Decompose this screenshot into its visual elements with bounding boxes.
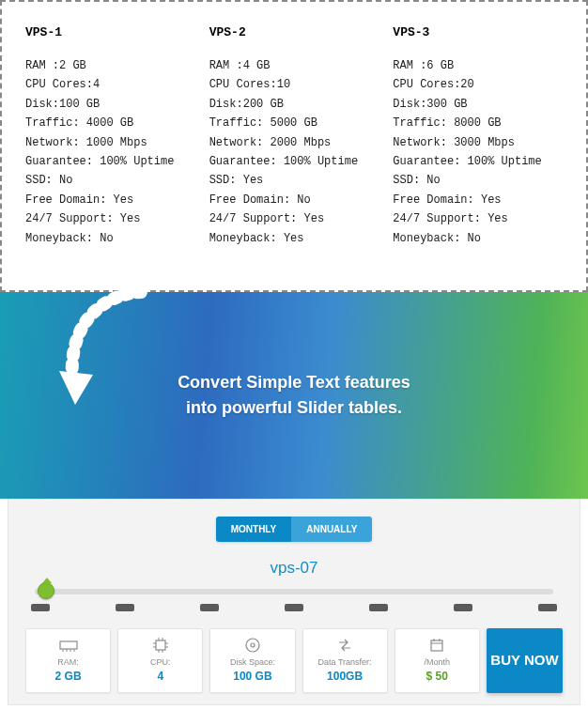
plan-col-2: VPS-2 RAM :4 GB CPU Cores:10 Disk:200 GB… bbox=[209, 25, 379, 248]
plan-spec: Moneyback: Yes bbox=[209, 229, 379, 248]
slider-ticks bbox=[31, 604, 557, 611]
slider-tick bbox=[454, 604, 472, 611]
price-label: /Month bbox=[399, 657, 475, 667]
disk-value: 100 GB bbox=[214, 670, 290, 683]
toggle-annually[interactable]: ANNUALLY bbox=[291, 517, 372, 542]
disk-card: Disk Space: 100 GB bbox=[209, 628, 295, 693]
plan-title: VPS-1 bbox=[25, 25, 195, 39]
svg-rect-0 bbox=[60, 641, 77, 649]
plan-title: VPS-3 bbox=[393, 25, 563, 39]
plan-spec: Free Domain: Yes bbox=[393, 191, 563, 209]
disk-icon bbox=[214, 637, 290, 654]
ram-label: RAM: bbox=[30, 657, 106, 667]
hero-headline: Convert Simple Text features into powerf… bbox=[178, 370, 410, 421]
svg-rect-16 bbox=[431, 640, 442, 651]
plan-title: VPS-2 bbox=[209, 25, 379, 39]
plan-slider[interactable] bbox=[35, 589, 553, 594]
plan-spec: Network: 1000 Mbps bbox=[25, 133, 195, 152]
selected-plan-name: vps-07 bbox=[25, 559, 563, 578]
ram-icon bbox=[30, 637, 106, 654]
plan-spec: Free Domain: No bbox=[209, 191, 379, 209]
plan-spec: SSD: No bbox=[25, 171, 195, 190]
plan-spec: Network: 2000 Mbps bbox=[209, 133, 379, 152]
plan-spec: Traffic: 5000 GB bbox=[209, 114, 379, 132]
toggle-monthly[interactable]: MONTHLY bbox=[216, 517, 292, 542]
plan-spec: 24/7 Support: Yes bbox=[25, 209, 195, 228]
slider-tick bbox=[538, 604, 557, 611]
slider-tick bbox=[200, 604, 219, 611]
spec-cards-row: RAM: 2 GB CPU: 4 Disk Space: 100 GB Data… bbox=[25, 628, 563, 693]
plan-spec: Disk:200 GB bbox=[209, 95, 379, 114]
ram-card: RAM: 2 GB bbox=[25, 628, 111, 693]
plan-spec: CPU Cores:10 bbox=[209, 75, 379, 94]
slider-tick bbox=[31, 604, 50, 611]
cpu-card: CPU: 4 bbox=[117, 628, 203, 693]
transfer-card: Data Transfer: 100GB bbox=[302, 628, 388, 693]
plan-spec: Moneyback: No bbox=[393, 229, 563, 248]
buy-label: BUY NOW bbox=[490, 652, 558, 669]
plan-spec: RAM :6 GB bbox=[393, 56, 563, 75]
price-card: /Month $ 50 bbox=[395, 628, 480, 693]
plan-spec: Disk:100 GB bbox=[25, 95, 195, 114]
plan-spec: Guarantee: 100% Uptime bbox=[393, 152, 563, 171]
cpu-icon bbox=[122, 637, 198, 654]
slider-tick bbox=[369, 604, 388, 611]
ram-value: 2 GB bbox=[30, 670, 106, 683]
plan-spec: Traffic: 4000 GB bbox=[25, 114, 195, 132]
cpu-label: CPU: bbox=[122, 657, 198, 667]
slider-handle[interactable] bbox=[38, 582, 54, 599]
plan-spec: 24/7 Support: Yes bbox=[393, 209, 563, 228]
disk-label: Disk Space: bbox=[214, 657, 290, 667]
plan-spec: Free Domain: Yes bbox=[25, 191, 195, 209]
transfer-icon bbox=[307, 637, 383, 654]
billing-toggle: MONTHLY ANNUALLY bbox=[25, 517, 563, 542]
curved-arrow-icon bbox=[52, 285, 155, 416]
svg-point-14 bbox=[246, 639, 259, 652]
slider-panel: MONTHLY ANNUALLY vps-07 RAM: 2 GB CPU: 4… bbox=[8, 499, 580, 705]
price-value: $ 50 bbox=[399, 670, 475, 683]
plan-spec: SSD: Yes bbox=[209, 171, 379, 190]
plan-spec: RAM :2 GB bbox=[25, 56, 195, 75]
plan-spec: Guarantee: 100% Uptime bbox=[25, 152, 195, 171]
hero-line-2: into powerful Slider tables. bbox=[178, 395, 410, 421]
cpu-value: 4 bbox=[122, 670, 198, 683]
slider-tick bbox=[285, 604, 303, 611]
plan-spec: Traffic: 8000 GB bbox=[393, 114, 563, 132]
plan-spec: CPU Cores:20 bbox=[393, 75, 563, 94]
calendar-icon bbox=[399, 637, 475, 654]
plan-spec: CPU Cores:4 bbox=[25, 75, 195, 94]
plan-spec: 24/7 Support: Yes bbox=[209, 209, 379, 228]
gradient-hero: Convert Simple Text features into powerf… bbox=[0, 292, 588, 499]
text-features-box: VPS-1 RAM :2 GB CPU Cores:4 Disk:100 GB … bbox=[0, 0, 588, 292]
plan-col-1: VPS-1 RAM :2 GB CPU Cores:4 Disk:100 GB … bbox=[25, 25, 195, 248]
plan-spec: Disk:300 GB bbox=[393, 95, 563, 114]
slider-tick bbox=[116, 604, 134, 611]
plan-col-3: VPS-3 RAM :6 GB CPU Cores:20 Disk:300 GB… bbox=[393, 25, 563, 248]
plan-spec: SSD: No bbox=[393, 171, 563, 190]
hero-line-1: Convert Simple Text features bbox=[178, 370, 410, 395]
plan-spec: Network: 3000 Mbps bbox=[393, 133, 563, 152]
plan-spec: Moneyback: No bbox=[25, 229, 195, 248]
transfer-value: 100GB bbox=[307, 670, 383, 683]
plan-spec: RAM :4 GB bbox=[209, 56, 379, 75]
transfer-label: Data Transfer: bbox=[307, 657, 383, 667]
plan-spec: Guarantee: 100% Uptime bbox=[209, 152, 379, 171]
svg-point-15 bbox=[251, 643, 255, 647]
buy-now-button[interactable]: BUY NOW bbox=[487, 628, 563, 693]
svg-rect-5 bbox=[156, 640, 165, 650]
